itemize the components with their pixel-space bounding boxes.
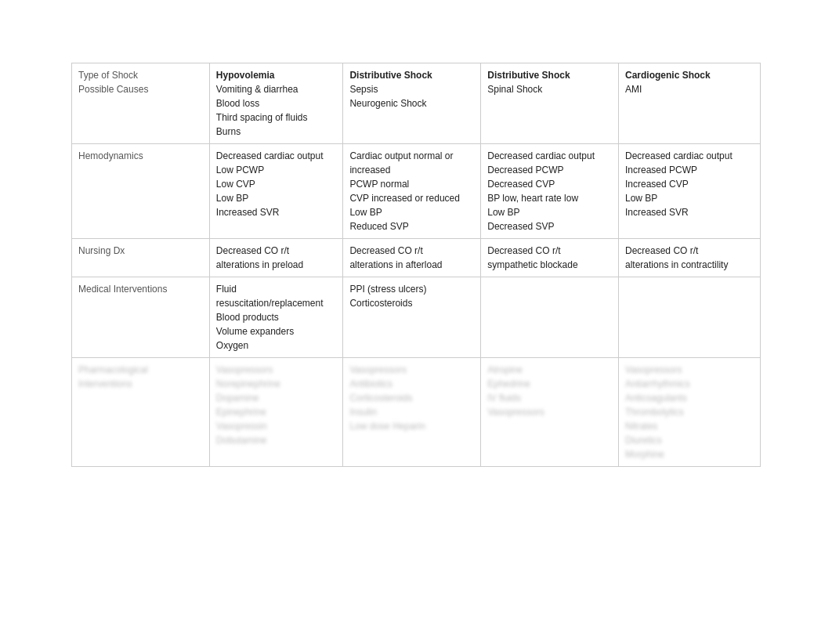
hypovolemia-header: Hypovolemia [216, 70, 275, 81]
dist1-hemo-list: Cardiac output normal or increasedPCWP n… [349, 150, 460, 232]
cardio-nursing-text: Decreased CO r/talterations in contracti… [625, 245, 728, 270]
dist2-hemo-list: Decreased cardiac outputDecreased PCWPDe… [487, 150, 595, 232]
cardio-pharmacological: VasopressorsAntiarrhythmicsAnticoagulant… [619, 358, 761, 467]
hypo-hemodynamics: Decreased cardiac outputLow PCWPLow CVPL… [209, 144, 343, 239]
cardio-nursing-dx: Decreased CO r/talterations in contracti… [619, 239, 761, 277]
dist2-pharma-list: AtropineEphedrineIV fluidsVasopressors [487, 364, 544, 418]
pharmacological-label: Pharmacological Interventions [78, 364, 148, 389]
label-medical-interventions: Medical Interventions [72, 277, 210, 358]
table-row-nursing-dx: Nursing Dx Decreased CO r/talterations i… [72, 239, 761, 277]
cardio-causes-list: AMI [625, 84, 642, 95]
table-row-possible-causes: Type of Shock Possible Causes Hypovolemi… [72, 63, 761, 144]
dist1-possible-causes: Distributive Shock SepsisNeurogenic Shoc… [343, 63, 481, 144]
dist2-pharmacological: AtropineEphedrineIV fluidsVasopressors [481, 358, 619, 467]
hypo-nursing-text: Decreased CO r/talterations in preload [216, 245, 303, 270]
table-row-hemodynamics: Hemodynamics Decreased cardiac outputLow… [72, 144, 761, 239]
cardio-pharma-list: VasopressorsAntiarrhythmicsAnticoagulant… [625, 364, 690, 460]
cardio-medical [619, 277, 761, 358]
dist2-hemodynamics: Decreased cardiac outputDecreased PCWPDe… [481, 144, 619, 239]
hypo-pharmacological: VasopressorsNorepinephrineDopamineEpinep… [209, 358, 343, 467]
page-wrapper: Type of Shock Possible Causes Hypovolemi… [0, 0, 832, 644]
cardio-header: Cardiogenic Shock [625, 70, 711, 81]
table-row-medical-interventions: Medical Interventions Fluid resuscitatio… [72, 277, 761, 358]
hypo-possible-causes: Hypovolemia Vomiting & diarrheaBlood los… [209, 63, 343, 144]
label-type-of-shock: Type of Shock Possible Causes [72, 63, 210, 144]
possible-causes-text: Possible Causes [78, 84, 148, 95]
dist2-nursing-text: Decreased CO r/tsympathetic blockade [487, 245, 577, 270]
label-hemodynamics: Hemodynamics [72, 144, 210, 239]
cardio-hemo-list: Decreased cardiac outputIncreased PCWPIn… [625, 150, 733, 218]
cardio-medical-blurred [625, 284, 628, 294]
dist2-nursing-dx: Decreased CO r/tsympathetic blockade [481, 239, 619, 277]
dist1-pharmacological: VasopressorsAntibioticsCorticosteroidsIn… [343, 358, 481, 467]
label-pharmacological: Pharmacological Interventions [72, 358, 210, 467]
dist1-pharma-list: VasopressorsAntibioticsCorticosteroidsIn… [349, 364, 425, 432]
dist1-hemodynamics: Cardiac output normal or increasedPCWP n… [343, 144, 481, 239]
dist1-medical-list: PPI (stress ulcers)Corticosteroids [349, 284, 426, 309]
dist1-header: Distributive Shock [349, 70, 432, 81]
label-nursing-dx: Nursing Dx [72, 239, 210, 277]
hypo-medical: Fluid resuscitation/replacementBlood pro… [209, 277, 343, 358]
shock-comparison-table: Type of Shock Possible Causes Hypovolemi… [71, 63, 761, 467]
hypo-pharma-list: VasopressorsNorepinephrineDopamineEpinep… [216, 364, 280, 446]
dist2-medical [481, 277, 619, 358]
dist2-causes-list: Spinal Shock [487, 84, 542, 95]
dist2-medical-blurred [487, 284, 490, 294]
dist1-causes-list: SepsisNeurogenic Shock [349, 84, 426, 109]
hypo-nursing-dx: Decreased CO r/talterations in preload [209, 239, 343, 277]
dist1-medical: PPI (stress ulcers)Corticosteroids [343, 277, 481, 358]
dist2-header: Distributive Shock [487, 70, 570, 81]
hypo-medical-list: Fluid resuscitation/replacementBlood pro… [216, 284, 324, 351]
hypo-causes-list: Vomiting & diarrheaBlood lossThird spaci… [216, 84, 308, 137]
dist1-nursing-dx: Decreased CO r/talterations in afterload [343, 239, 481, 277]
table-row-pharmacological: Pharmacological Interventions Vasopresso… [72, 358, 761, 467]
type-of-shock-text: Type of Shock [78, 70, 138, 81]
table-container: Type of Shock Possible Causes Hypovolemi… [71, 63, 761, 467]
dist2-possible-causes: Distributive Shock Spinal Shock [481, 63, 619, 144]
dist1-nursing-text: Decreased CO r/talterations in afterload [349, 245, 442, 270]
cardio-possible-causes: Cardiogenic Shock AMI [619, 63, 761, 144]
cardio-hemodynamics: Decreased cardiac outputIncreased PCWPIn… [619, 144, 761, 239]
hypo-hemo-list: Decreased cardiac outputLow PCWPLow CVPL… [216, 150, 324, 218]
